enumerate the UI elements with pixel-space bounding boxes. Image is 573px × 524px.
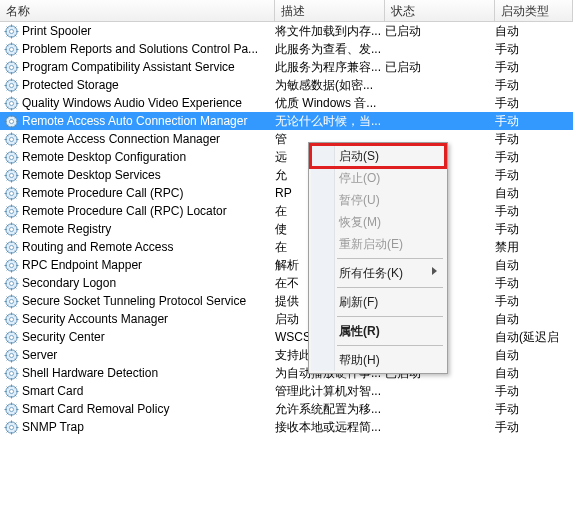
service-name: Print Spooler	[22, 22, 91, 40]
svg-point-221	[9, 425, 13, 429]
svg-point-21	[9, 65, 13, 69]
svg-point-131	[9, 263, 13, 267]
service-row[interactable]: Print Spooler将文件加载到内存...已启动自动	[0, 22, 573, 40]
service-startup: 自动	[495, 364, 573, 382]
menu-separator	[337, 287, 443, 288]
gear-icon	[4, 24, 19, 39]
gear-icon	[4, 384, 19, 399]
svg-point-11	[9, 47, 13, 51]
menu-item-stop: 停止(O)	[311, 167, 445, 189]
gear-icon	[4, 258, 19, 273]
service-name: Security Accounts Manager	[22, 310, 168, 328]
gear-icon	[4, 276, 19, 291]
service-row[interactable]: Remote Procedure Call (RPC) Locator在手动	[0, 202, 573, 220]
service-startup: 自动	[495, 346, 573, 364]
column-header-startup[interactable]: 启动类型	[495, 0, 573, 21]
service-name: Smart Card	[22, 382, 83, 400]
menu-item-restart: 重新启动(E)	[311, 233, 445, 255]
menu-item-refresh[interactable]: 刷新(F)	[311, 291, 445, 313]
service-row[interactable]: Secondary Logon在不手动	[0, 274, 573, 292]
gear-icon	[4, 348, 19, 363]
menu-item-properties[interactable]: 属性(R)	[311, 320, 445, 342]
service-row[interactable]: Smart Card Removal Policy允许系统配置为移...手动	[0, 400, 573, 418]
gear-icon	[4, 96, 19, 111]
service-name: Security Center	[22, 328, 105, 346]
menu-item-help[interactable]: 帮助(H)	[311, 349, 445, 371]
gear-icon	[4, 366, 19, 381]
service-name: Remote Access Auto Connection Manager	[22, 112, 247, 130]
service-name: Problem Reports and Solutions Control Pa…	[22, 40, 258, 58]
service-startup: 手动	[495, 202, 573, 220]
column-header-name[interactable]: 名称	[0, 0, 275, 21]
service-row[interactable]: Quality Windows Audio Video Experience优质…	[0, 94, 573, 112]
service-row[interactable]: Smart Card管理此计算机对智...手动	[0, 382, 573, 400]
service-row[interactable]: Remote Desktop Services允手动	[0, 166, 573, 184]
service-startup: 手动	[495, 220, 573, 238]
svg-point-201	[9, 389, 13, 393]
service-row[interactable]: Program Compatibility Assistant Service此…	[0, 58, 573, 76]
service-startup: 手动	[495, 76, 573, 94]
service-row[interactable]: Remote Access Connection Manager管手动	[0, 130, 573, 148]
service-row[interactable]: Secure Socket Tunneling Protocol Service…	[0, 292, 573, 310]
service-name: Program Compatibility Assistant Service	[22, 58, 235, 76]
service-name: Protected Storage	[22, 76, 119, 94]
service-name: Remote Desktop Services	[22, 166, 161, 184]
service-row[interactable]: Protected Storage为敏感数据(如密...手动	[0, 76, 573, 94]
service-row[interactable]: Remote Registry使手动	[0, 220, 573, 238]
column-header-status[interactable]: 状态	[385, 0, 495, 21]
service-name: SNMP Trap	[22, 418, 84, 436]
gear-icon	[4, 222, 19, 237]
menu-item-label: 属性(R)	[339, 324, 380, 338]
service-row[interactable]: Problem Reports and Solutions Control Pa…	[0, 40, 573, 58]
service-name: Remote Procedure Call (RPC)	[22, 184, 183, 202]
chevron-right-icon	[432, 267, 437, 275]
column-header-desc[interactable]: 描述	[275, 0, 385, 21]
menu-separator	[337, 258, 443, 259]
service-startup: 手动	[495, 166, 573, 184]
service-row[interactable]: Security Accounts Manager启动自动	[0, 310, 573, 328]
service-name: Remote Procedure Call (RPC) Locator	[22, 202, 227, 220]
service-name: RPC Endpoint Mapper	[22, 256, 142, 274]
service-list: Print Spooler将文件加载到内存...已启动自动Problem Rep…	[0, 22, 573, 436]
service-row[interactable]: Remote Desktop Configuration远手动	[0, 148, 573, 166]
service-startup: 手动	[495, 58, 573, 76]
service-status: 已启动	[385, 58, 495, 76]
service-startup: 自动	[495, 310, 573, 328]
menu-item-resume: 恢复(M)	[311, 211, 445, 233]
service-desc: 无论什么时候，当...	[275, 112, 385, 130]
gear-icon	[4, 186, 19, 201]
service-startup: 手动	[495, 274, 573, 292]
menu-item-all-tasks[interactable]: 所有任务(K)	[311, 262, 445, 284]
service-row[interactable]: Routing and Remote Access在禁用	[0, 238, 573, 256]
service-desc: 优质 Windows 音...	[275, 94, 385, 112]
service-startup: 禁用	[495, 238, 573, 256]
gear-icon	[4, 60, 19, 75]
service-row[interactable]: Remote Access Auto Connection Manager无论什…	[0, 112, 573, 130]
service-row[interactable]: SNMP Trap接收本地或远程简...手动	[0, 418, 573, 436]
service-row[interactable]: Server支持此计算机通过...已启动自动	[0, 346, 573, 364]
service-name: Secure Socket Tunneling Protocol Service	[22, 292, 246, 310]
gear-icon	[4, 402, 19, 417]
service-desc: 此服务为查看、发...	[275, 40, 385, 58]
svg-point-101	[9, 209, 13, 213]
svg-point-91	[9, 191, 13, 195]
service-name: Secondary Logon	[22, 274, 116, 292]
svg-point-141	[9, 281, 13, 285]
service-row[interactable]: Shell Hardware Detection为自动播放硬件事...已启动自动	[0, 364, 573, 382]
service-startup: 自动(延迟启	[495, 328, 573, 346]
gear-icon	[4, 294, 19, 309]
gear-icon	[4, 42, 19, 57]
service-name: Remote Desktop Configuration	[22, 148, 186, 166]
service-row[interactable]: Security CenterWSCSVC(Windo...已启动自动(延迟启	[0, 328, 573, 346]
svg-point-71	[9, 155, 13, 159]
service-startup: 自动	[495, 184, 573, 202]
svg-point-31	[9, 83, 13, 87]
service-startup: 手动	[495, 148, 573, 166]
menu-item-start[interactable]: 启动(S)	[311, 145, 445, 167]
service-name: Routing and Remote Access	[22, 238, 173, 256]
gear-icon	[4, 132, 19, 147]
service-row[interactable]: Remote Procedure Call (RPC)RP自动	[0, 184, 573, 202]
service-name: Server	[22, 346, 57, 364]
gear-icon	[4, 312, 19, 327]
service-row[interactable]: RPC Endpoint Mapper解析自动	[0, 256, 573, 274]
